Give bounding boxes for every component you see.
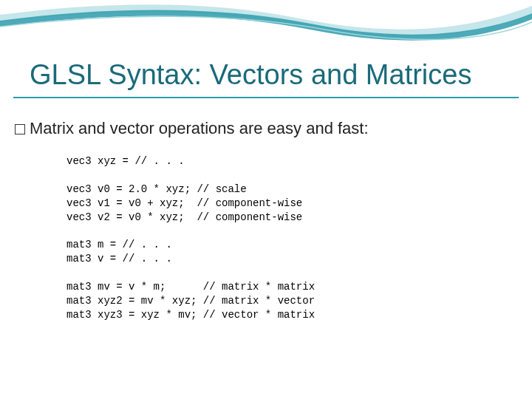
slide-subtitle: Matrix and vector operations are easy an…: [0, 98, 532, 138]
slide-title: GLSL Syntax: Vectors and Matrices: [0, 0, 532, 91]
subtitle-text: Matrix and vector operations are easy an…: [30, 119, 369, 137]
bullet-icon: [15, 124, 25, 134]
code-block: vec3 xyz = // . . . vec3 v0 = 2.0 * xyz;…: [0, 138, 532, 322]
